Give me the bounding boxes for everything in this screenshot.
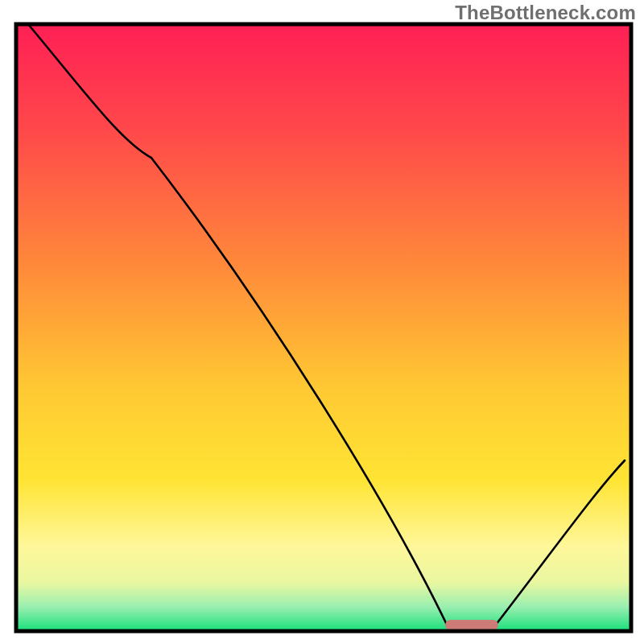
bottleneck-chart: TheBottleneck.com xyxy=(0,0,644,644)
watermark-text: TheBottleneck.com xyxy=(455,2,636,24)
chart-svg xyxy=(0,0,644,644)
plot-background xyxy=(16,24,631,631)
optimal-range-bar xyxy=(445,620,498,630)
